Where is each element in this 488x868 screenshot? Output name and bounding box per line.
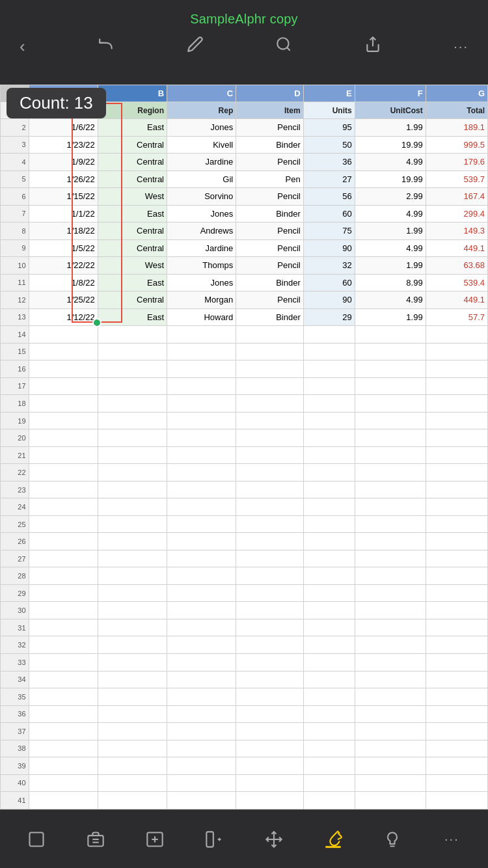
cell-D-13[interactable]: Binder bbox=[236, 308, 303, 326]
cell-F-12[interactable]: 4.99 bbox=[355, 292, 426, 309]
cell-G-5[interactable]: 539.7 bbox=[426, 170, 487, 188]
cell-B-6[interactable]: West bbox=[98, 188, 167, 206]
more-button[interactable]: ··· bbox=[454, 39, 468, 54]
cell-C-2[interactable]: Jones bbox=[167, 119, 236, 137]
row-num-7[interactable]: 7 bbox=[1, 205, 29, 223]
back-button[interactable]: ‹ bbox=[20, 36, 25, 57]
cell-B-5[interactable]: Central bbox=[98, 170, 167, 188]
lightbulb-icon[interactable] bbox=[376, 823, 409, 856]
cell-A-11[interactable]: 1/8/22 bbox=[29, 274, 98, 292]
cell-G-8[interactable]: 149.3 bbox=[426, 223, 487, 240]
cell-A-12[interactable]: 1/25/22 bbox=[29, 292, 98, 309]
col-header-G[interactable]: G bbox=[426, 85, 487, 102]
cell-B-8[interactable]: Central bbox=[98, 223, 167, 240]
cell-B-11[interactable]: East bbox=[98, 274, 167, 292]
cell-F-10[interactable]: 1.99 bbox=[355, 257, 426, 275]
row-num-4[interactable]: 4 bbox=[1, 154, 29, 171]
cell-C-10[interactable]: Thomps bbox=[167, 257, 236, 275]
cell-F-7[interactable]: 4.99 bbox=[355, 205, 426, 223]
cell-C-11[interactable]: Jones bbox=[167, 274, 236, 292]
cell-A-6[interactable]: 1/15/22 bbox=[29, 188, 98, 206]
cell-E-8[interactable]: 75 bbox=[303, 223, 355, 240]
cell-G-6[interactable]: 167.4 bbox=[426, 188, 487, 206]
row-num-9[interactable]: 9 bbox=[1, 239, 29, 257]
cell-G-12[interactable]: 449.1 bbox=[426, 292, 487, 309]
cell-A-7[interactable]: 1/1/22 bbox=[29, 205, 98, 223]
cell-E-5[interactable]: 27 bbox=[303, 170, 355, 188]
cell-C-3[interactable]: Kivell bbox=[167, 136, 236, 154]
header-D[interactable]: Item bbox=[236, 102, 303, 119]
cell-A-9[interactable]: 1/5/22 bbox=[29, 239, 98, 257]
cell-F-6[interactable]: 2.99 bbox=[355, 188, 426, 206]
cell-G-13[interactable]: 57.7 bbox=[426, 308, 487, 326]
cell-D-12[interactable]: Pencil bbox=[236, 292, 303, 309]
cell-B-4[interactable]: Central bbox=[98, 154, 167, 171]
row-num-10[interactable]: 10 bbox=[1, 257, 29, 275]
col-header-B[interactable]: B bbox=[98, 85, 167, 102]
cell-B-3[interactable]: Central bbox=[98, 136, 167, 154]
cell-B-2[interactable]: East bbox=[98, 119, 167, 137]
cell-E-11[interactable]: 60 bbox=[303, 274, 355, 292]
page-icon[interactable] bbox=[20, 823, 53, 856]
cell-C-7[interactable]: Jones bbox=[167, 205, 236, 223]
cell-D-3[interactable]: Binder bbox=[236, 136, 303, 154]
cell-D-10[interactable]: Pencil bbox=[236, 257, 303, 275]
cell-F-9[interactable]: 4.99 bbox=[355, 239, 426, 257]
col-header-F[interactable]: F bbox=[355, 85, 426, 102]
cell-A-3[interactable]: 1/23/22 bbox=[29, 136, 98, 154]
cell-F-3[interactable]: 19.99 bbox=[355, 136, 426, 154]
cell-F-5[interactable]: 19.99 bbox=[355, 170, 426, 188]
cell-D-6[interactable]: Pencil bbox=[236, 188, 303, 206]
cell-A-10[interactable]: 1/22/22 bbox=[29, 257, 98, 275]
cell-C-12[interactable]: Morgan bbox=[167, 292, 236, 309]
cell-A-8[interactable]: 1/18/22 bbox=[29, 223, 98, 240]
row-num-3[interactable]: 3 bbox=[1, 136, 29, 154]
cell-D-9[interactable]: Pencil bbox=[236, 239, 303, 257]
cell-B-7[interactable]: East bbox=[98, 205, 167, 223]
sheets-icon[interactable] bbox=[79, 823, 112, 856]
cell-C-13[interactable]: Howard bbox=[167, 308, 236, 326]
header-G[interactable]: Total bbox=[426, 102, 487, 119]
share-button[interactable] bbox=[364, 36, 381, 57]
cell-C-6[interactable]: Sorvino bbox=[167, 188, 236, 206]
cell-C-5[interactable]: Gil bbox=[167, 170, 236, 188]
cell-E-2[interactable]: 95 bbox=[303, 119, 355, 137]
insert-row-icon[interactable] bbox=[139, 823, 171, 856]
col-header-E[interactable]: E bbox=[303, 85, 355, 102]
cell-C-9[interactable]: Jardine bbox=[167, 239, 236, 257]
cell-G-9[interactable]: 449.1 bbox=[426, 239, 487, 257]
cell-E-13[interactable]: 29 bbox=[303, 308, 355, 326]
cell-F-8[interactable]: 1.99 bbox=[355, 223, 426, 240]
cell-A-4[interactable]: 1/9/22 bbox=[29, 154, 98, 171]
cell-E-12[interactable]: 90 bbox=[303, 292, 355, 309]
cell-A-2[interactable]: 1/6/22 bbox=[29, 119, 98, 137]
cell-C-8[interactable]: Andrews bbox=[167, 223, 236, 240]
insert-col-icon[interactable] bbox=[198, 823, 230, 856]
header-B[interactable]: Region bbox=[98, 102, 167, 119]
row-num-6[interactable]: 6 bbox=[1, 188, 29, 206]
row-num-5[interactable]: 5 bbox=[1, 170, 29, 188]
cell-B-9[interactable]: Central bbox=[98, 239, 167, 257]
cell-E-4[interactable]: 36 bbox=[303, 154, 355, 171]
pen-button[interactable] bbox=[187, 36, 204, 57]
cell-G-10[interactable]: 63.68 bbox=[426, 257, 487, 275]
cell-D-5[interactable]: Pen bbox=[236, 170, 303, 188]
cell-G-3[interactable]: 999.5 bbox=[426, 136, 487, 154]
cell-D-4[interactable]: Pencil bbox=[236, 154, 303, 171]
cell-D-8[interactable]: Pencil bbox=[236, 223, 303, 240]
cell-D-2[interactable]: Pencil bbox=[236, 119, 303, 137]
cell-D-11[interactable]: Binder bbox=[236, 274, 303, 292]
row-num-2[interactable]: 2 bbox=[1, 119, 29, 137]
row-num-12[interactable]: 12 bbox=[1, 292, 29, 309]
move-icon[interactable] bbox=[258, 823, 290, 856]
cell-B-10[interactable]: West bbox=[98, 257, 167, 275]
cell-B-13[interactable]: East bbox=[98, 308, 167, 326]
cell-A-5[interactable]: 1/26/22 bbox=[29, 170, 98, 188]
row-num-13[interactable]: 13 bbox=[1, 308, 29, 326]
cell-E-10[interactable]: 32 bbox=[303, 257, 355, 275]
cell-G-7[interactable]: 299.4 bbox=[426, 205, 487, 223]
cell-F-2[interactable]: 1.99 bbox=[355, 119, 426, 137]
cell-D-7[interactable]: Binder bbox=[236, 205, 303, 223]
col-header-C[interactable]: C bbox=[167, 85, 236, 102]
cell-E-7[interactable]: 60 bbox=[303, 205, 355, 223]
